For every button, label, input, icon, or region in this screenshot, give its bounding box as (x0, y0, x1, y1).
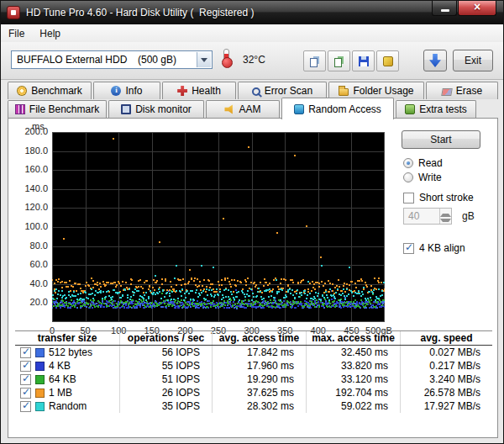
access-time-scatter-plot (52, 132, 385, 322)
avg-access-value: 17.842 ms (212, 346, 306, 359)
short-stroke-label: Short stroke (419, 192, 474, 204)
legend-color (35, 388, 45, 398)
series-checkbox[interactable] (20, 361, 31, 372)
menu-help[interactable]: Help (32, 26, 68, 41)
save-icon (359, 56, 369, 66)
series-label: Random (49, 400, 87, 412)
series-checkbox[interactable] (20, 374, 31, 385)
tab-error-scan[interactable]: Error Scan (238, 82, 327, 99)
align-label: 4 KB align (419, 242, 465, 254)
drive-selector[interactable]: BUFFALO External HDD (500 gB) (11, 50, 213, 69)
col-header-avg-speed: avg. speed (400, 331, 492, 345)
copy-image-button[interactable] (328, 50, 350, 71)
avg-speed-value: 3.240 MB/s (400, 373, 492, 386)
tab-label: Erase (456, 85, 482, 97)
series-checkbox[interactable] (20, 347, 31, 358)
file-benchmark-icon (15, 104, 25, 114)
series-checkbox[interactable] (20, 388, 31, 399)
download-button[interactable] (423, 50, 447, 71)
benchmark-icon (17, 86, 27, 96)
copy-image-icon (334, 58, 342, 67)
short-stroke-size-input[interactable]: 40 (403, 208, 452, 225)
col-header-avg-access: avg. access time (212, 331, 306, 345)
table-row: 64 KB 51 IOPS 19.290 ms 33.120 ms 3.240 … (15, 373, 492, 386)
series-label: 512 bytes (49, 346, 92, 358)
menu-file[interactable]: File (1, 26, 32, 41)
spin-down-icon[interactable] (440, 217, 451, 225)
align-checkbox[interactable] (403, 243, 414, 254)
avg-access-value: 28.302 ms (212, 399, 306, 413)
tab-info[interactable]: Info (93, 82, 160, 99)
tab-folder-usage[interactable]: Folder Usage (328, 82, 424, 99)
read-label: Read (418, 157, 443, 169)
series-checkbox[interactable] (20, 401, 31, 412)
short-stroke-checkbox[interactable] (403, 193, 414, 204)
tab-random-access[interactable]: Random Access (281, 98, 394, 119)
close-button[interactable]: × (458, 1, 496, 16)
avg-speed-value: 26.578 MB/s (400, 386, 492, 399)
table-row: 512 bytes 56 IOPS 17.842 ms 32.450 ms 0.… (15, 346, 492, 359)
write-radio[interactable] (403, 172, 413, 182)
max-access-value: 192.704 ms (306, 386, 400, 399)
minimize-button[interactable] (432, 1, 457, 16)
read-radio[interactable] (403, 158, 413, 168)
spinner-arrows[interactable] (439, 209, 451, 224)
ops-value: 35 IOPS (119, 399, 212, 413)
read-option[interactable]: Read (403, 157, 443, 169)
tab-benchmark[interactable]: Benchmark (8, 82, 92, 99)
tab-aam[interactable]: AAM (206, 100, 280, 118)
info-icon (111, 86, 121, 96)
avg-speed-value: 17.927 MB/s (400, 399, 492, 413)
col-header-transfer-size: transfer size (15, 332, 119, 344)
y-tick-label: 100.0 (8, 221, 48, 231)
tab-label: Disk monitor (135, 103, 192, 115)
y-tick-label: 140.0 (8, 183, 48, 193)
tools-icon (383, 56, 393, 66)
table-header-row: transfer size operations / sec avg. acce… (15, 330, 492, 346)
write-option[interactable]: Write (403, 172, 442, 183)
toolbar: BUFFALO External HDD (500 gB) 32°C Exit (1, 42, 503, 80)
avg-access-value: 17.960 ms (212, 359, 306, 373)
legend-color (35, 375, 45, 384)
align-option[interactable]: 4 KB align (403, 242, 465, 254)
y-tick-label: 120.0 (8, 202, 48, 212)
max-access-value: 59.022 ms (306, 399, 400, 413)
tab-label: Folder Usage (353, 85, 413, 97)
tab-health[interactable]: Health (162, 82, 236, 99)
tab-erase[interactable]: Erase (426, 82, 498, 99)
caption-buttons: × (432, 1, 496, 16)
spin-up-icon[interactable] (440, 209, 451, 217)
series-label: 64 KB (49, 373, 76, 385)
y-tick-label: 80.0 (8, 240, 48, 251)
max-access-value: 32.450 ms (306, 346, 400, 359)
y-tick-label: 160.0 (8, 164, 48, 174)
health-cross-icon (177, 86, 187, 96)
tab-disk-monitor[interactable]: Disk monitor (108, 100, 204, 118)
folder-icon (339, 88, 349, 96)
avg-speed-value: 0.027 MB/s (400, 346, 492, 359)
avg-access-value: 19.290 ms (212, 373, 306, 386)
copy-text-button[interactable] (303, 50, 326, 71)
chevron-down-icon[interactable] (197, 52, 211, 67)
drive-name: BUFFALO External HDD (17, 54, 127, 66)
app-window: HD Tune Pro 4.60 - Hard Disk Utility ( R… (0, 0, 504, 444)
menu-bar: File Help (1, 24, 503, 42)
ops-value: 55 IOPS (119, 359, 212, 373)
tab-extra-tests[interactable]: Extra tests (396, 100, 476, 118)
tab-label: File Benchmark (29, 103, 99, 115)
random-access-icon (294, 104, 304, 114)
drive-capacity: (500 gB) (138, 54, 176, 66)
short-stroke-option[interactable]: Short stroke (403, 192, 474, 204)
save-screenshot-button[interactable] (352, 50, 375, 71)
legend-color (35, 348, 45, 357)
series-label: 4 KB (49, 360, 71, 372)
exit-button[interactable]: Exit (453, 50, 493, 71)
start-button[interactable]: Start (402, 130, 480, 149)
col-header-max-access: max. access time (306, 331, 400, 345)
avg-access-value: 37.625 ms (212, 386, 306, 399)
window-title: HD Tune Pro 4.60 - Hard Disk Utility ( R… (26, 7, 254, 18)
tab-file-benchmark[interactable]: File Benchmark (8, 100, 107, 118)
tab-label: Benchmark (31, 85, 82, 97)
tab-row-2: File Benchmark Disk monitor AAM Random A… (8, 100, 476, 119)
options-button[interactable] (376, 50, 399, 71)
